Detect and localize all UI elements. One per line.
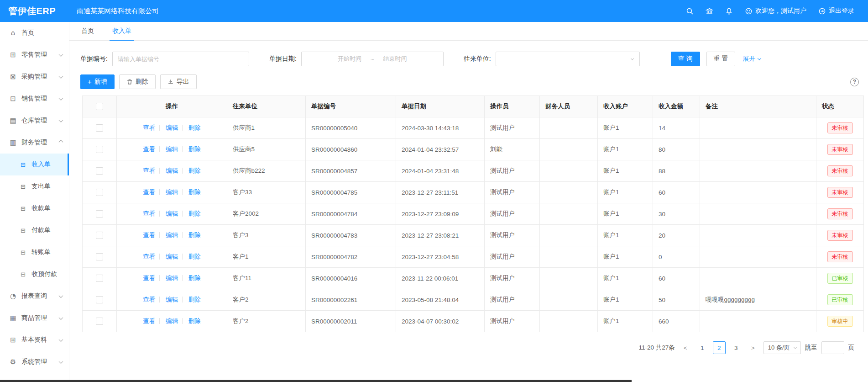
edit-link[interactable]: 编辑 (166, 189, 178, 196)
view-link[interactable]: 查看 (143, 167, 155, 174)
row-checkbox[interactable] (96, 318, 103, 325)
delete-link[interactable]: 删除 (188, 253, 201, 260)
expand-link[interactable]: 展开 (743, 55, 761, 63)
sidebar-item-retail[interactable]: 零售管理 (0, 44, 69, 66)
bill-no-input[interactable] (112, 52, 249, 66)
partner-select[interactable] (496, 52, 640, 66)
edit-link[interactable]: 编辑 (166, 124, 178, 131)
delete-link[interactable]: 删除 (188, 318, 201, 324)
view-link[interactable]: 查看 (143, 318, 155, 324)
delete-link[interactable]: 删除 (188, 146, 201, 153)
row-checkbox[interactable] (96, 253, 103, 260)
chevron-down-icon (59, 96, 63, 101)
delete-link[interactable]: 删除 (188, 232, 201, 239)
row-checkbox[interactable] (96, 296, 103, 303)
delete-button[interactable]: 删除 (119, 74, 156, 89)
sidebar-item-sales[interactable]: 销售管理 (0, 88, 69, 110)
export-button[interactable]: 导出 (160, 74, 197, 89)
delete-link[interactable]: 删除 (188, 124, 201, 131)
select-all-checkbox[interactable] (96, 103, 103, 110)
status-cell: 未审核 (816, 246, 864, 268)
row-checkbox[interactable] (96, 167, 103, 175)
delete-link[interactable]: 删除 (188, 167, 201, 174)
view-link[interactable]: 查看 (143, 253, 155, 260)
view-link[interactable]: 查看 (143, 146, 155, 153)
edit-link[interactable]: 编辑 (166, 167, 178, 174)
edit-link[interactable]: 编辑 (166, 318, 178, 324)
page-size-select[interactable]: 10 条/页 (763, 341, 801, 354)
chevron-down-icon (758, 56, 761, 60)
sidebar-item-system[interactable]: 系统管理 (0, 351, 69, 373)
status-badge: 已审核 (827, 294, 853, 305)
sidebar-item-warehouse[interactable]: 仓库管理 (0, 110, 69, 132)
page-button-1[interactable]: 1 (696, 341, 709, 354)
sidebar-item-payment-order[interactable]: 付款单 (0, 219, 69, 241)
edit-link[interactable]: 编辑 (166, 232, 178, 239)
chevron-down-icon (59, 337, 63, 342)
sidebar-item-income-order[interactable]: 收入单 (0, 154, 69, 175)
sidebar-item-expense-order[interactable]: 支出单 (0, 175, 69, 197)
table-row: 查看 编辑 删除 供应商b222 SR00000004857 2024-01-0… (83, 160, 864, 182)
view-link[interactable]: 查看 (143, 296, 155, 303)
operation-cell: 查看 编辑 删除 (117, 268, 227, 289)
bell-icon[interactable] (725, 7, 733, 15)
row-checkbox[interactable] (96, 146, 103, 153)
edit-link[interactable]: 编辑 (166, 296, 178, 303)
pagination-total: 11-20 共27条 (639, 344, 675, 352)
sidebar-item-transfer-order[interactable]: 转账单 (0, 241, 69, 263)
add-button[interactable]: 新增 (80, 74, 115, 89)
reset-button[interactable]: 重 置 (706, 52, 736, 66)
sidebar-item-finance[interactable]: 财务管理 (0, 132, 69, 154)
row-checkbox[interactable] (96, 275, 103, 282)
user-menu[interactable]: 欢迎您，测试用户 (745, 7, 806, 15)
view-link[interactable]: 查看 (143, 124, 155, 131)
delete-link[interactable]: 删除 (188, 210, 201, 217)
edit-link[interactable]: 编辑 (166, 210, 178, 217)
status-cell: 未审核 (816, 117, 864, 139)
view-link[interactable]: 查看 (143, 210, 155, 217)
goods-icon (9, 314, 17, 322)
sidebar-item-reports[interactable]: 报表查询 (0, 285, 69, 307)
logout-button[interactable]: 退出登录 (818, 7, 854, 15)
page-button-2-current[interactable]: 2 (713, 341, 726, 354)
chevron-down-icon (59, 74, 63, 79)
sidebar-item-goods[interactable]: 商品管理 (0, 307, 69, 329)
prev-page-button[interactable]: < (679, 341, 692, 354)
view-link[interactable]: 查看 (143, 189, 155, 196)
sidebar-item-purchase[interactable]: 采购管理 (0, 66, 69, 88)
page-button-3[interactable]: 3 (730, 341, 743, 354)
edit-link[interactable]: 编辑 (166, 253, 178, 260)
view-link[interactable]: 查看 (143, 232, 155, 239)
income-account-cell: 账户1 (598, 117, 653, 139)
next-page-button[interactable]: > (747, 341, 759, 354)
sidebar-item-receipt-order[interactable]: 收款单 (0, 197, 69, 219)
horizontal-scrollbar[interactable] (0, 380, 632, 382)
row-checkbox[interactable] (96, 189, 103, 196)
edit-link[interactable]: 编辑 (166, 146, 178, 153)
row-checkbox[interactable] (96, 124, 103, 132)
view-link[interactable]: 查看 (143, 275, 155, 281)
col-header-operator: 操作员 (485, 96, 540, 117)
search-icon[interactable] (686, 7, 694, 15)
filter-bar: 单据编号: 单据日期: 开始时间 ~ 结束时间 往来单位: 查 询 重 置 展开 (69, 41, 868, 66)
tab-income-order[interactable]: 收入单 (112, 22, 131, 40)
bill-date-cell: 2023-11-22 00:06:01 (396, 268, 485, 289)
row-checkbox[interactable] (96, 210, 103, 218)
income-amount-cell: 14 (653, 117, 700, 139)
sidebar-item-advance-payment[interactable]: 收预付款 (0, 263, 69, 285)
delete-link[interactable]: 删除 (188, 189, 201, 196)
bank-icon[interactable] (706, 7, 713, 15)
tab-home[interactable]: 首页 (81, 22, 94, 40)
delete-link[interactable]: 删除 (188, 296, 201, 303)
divider (159, 211, 160, 217)
help-icon[interactable] (850, 78, 859, 86)
row-checkbox[interactable] (96, 232, 103, 239)
sidebar-item-basic-data[interactable]: 基本资料 (0, 329, 69, 351)
date-range-picker[interactable]: 开始时间 ~ 结束时间 (301, 52, 444, 66)
delete-link[interactable]: 删除 (188, 275, 201, 281)
edit-link[interactable]: 编辑 (166, 275, 178, 281)
search-button[interactable]: 查 询 (671, 52, 700, 66)
income-account-cell: 账户1 (598, 268, 653, 289)
jump-page-input[interactable] (821, 341, 844, 354)
sidebar-item-home[interactable]: 首页 (0, 22, 69, 44)
